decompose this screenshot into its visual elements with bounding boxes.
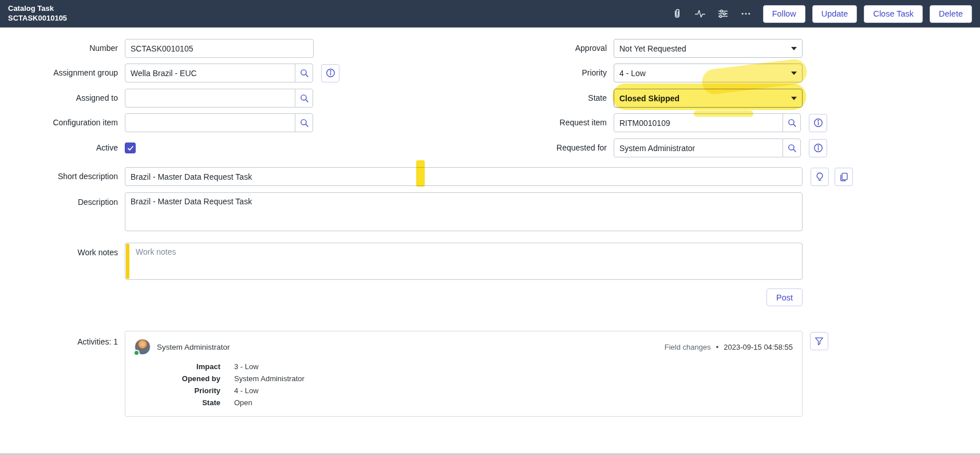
suggestion-lightbulb-button[interactable] <box>811 168 829 186</box>
delete-button[interactable]: Delete <box>930 5 972 23</box>
personalize-form-icon[interactable] <box>713 5 733 22</box>
activity-filter-button[interactable] <box>810 332 828 350</box>
field-assigned-to: Assigned to <box>3 89 313 108</box>
activity-timestamp: 2023-09-15 04:58:55 <box>724 343 793 351</box>
field-number: Number <box>3 39 314 58</box>
change-field-name: Opened by <box>135 374 220 383</box>
number-label: Number <box>3 43 118 53</box>
requested-for-info-button[interactable] <box>809 139 827 157</box>
assignment-group-info-button[interactable] <box>321 64 339 82</box>
field-approval: Approval Not Yet Requested <box>492 39 803 58</box>
presence-indicator <box>133 350 140 356</box>
field-change-row: Opened by System Administrator <box>135 374 305 383</box>
close-task-button[interactable]: Close Task <box>864 5 923 23</box>
funnel-icon <box>814 336 824 346</box>
search-icon <box>299 118 309 128</box>
field-request-item: Request item <box>492 113 827 132</box>
field-work-notes-label-row: Work notes <box>3 243 125 258</box>
search-icon <box>299 68 309 78</box>
field-active: Active <box>3 139 136 157</box>
attachment-icon[interactable] <box>667 5 687 22</box>
change-field-value: 4 - Low <box>234 386 259 395</box>
description-textarea[interactable]: Brazil - Master Data Request Task <box>125 192 803 231</box>
activity-stream-icon[interactable] <box>690 5 710 22</box>
field-assignment-group: Assignment group <box>3 64 339 82</box>
change-field-value: System Administrator <box>234 374 305 383</box>
state-select[interactable]: Closed Skipped <box>614 89 803 108</box>
change-field-name: Priority <box>135 386 220 395</box>
assigned-to-label: Assigned to <box>3 93 118 103</box>
field-change-row: State Open <box>135 398 305 407</box>
activities-label: Activities: 1 <box>3 337 118 347</box>
requested-for-input[interactable] <box>614 139 783 157</box>
assignment-group-reference <box>125 64 313 82</box>
assignment-group-search-button[interactable] <box>295 64 313 82</box>
follow-button[interactable]: Follow <box>763 5 805 23</box>
active-checkbox[interactable] <box>125 143 136 153</box>
field-priority: Priority 4 - Low <box>492 64 803 82</box>
work-notes-label: Work notes <box>3 243 118 258</box>
activities-label-row: Activities: 1 <box>3 337 125 347</box>
activity-meta: Field changes 2023-09-15 04:58:55 <box>665 343 793 351</box>
description-label: Description <box>3 192 118 207</box>
document-copy-icon <box>839 172 849 182</box>
field-requested-for: Requested for <box>492 139 827 157</box>
more-options-icon[interactable] <box>736 5 756 22</box>
search-icon <box>787 143 797 153</box>
activity-type: Field changes <box>665 343 711 351</box>
priority-select[interactable]: 4 - Low <box>614 64 803 82</box>
number-input[interactable] <box>125 39 314 58</box>
assigned-to-input[interactable] <box>125 89 295 108</box>
field-change-row: Impact 3 - Low <box>135 362 305 371</box>
requested-for-label: Requested for <box>492 143 607 153</box>
priority-label: Priority <box>492 68 607 78</box>
state-label: State <box>492 93 607 103</box>
info-icon <box>813 117 824 128</box>
short-description-input[interactable] <box>125 167 803 186</box>
request-item-info-button[interactable] <box>809 114 827 132</box>
field-change-row: Priority 4 - Low <box>135 386 305 395</box>
field-state: State Closed Skipped <box>492 89 803 108</box>
request-item-input[interactable] <box>614 113 783 132</box>
request-item-reference <box>614 113 801 132</box>
change-field-name: Impact <box>135 362 220 371</box>
change-field-value: 3 - Low <box>234 362 259 371</box>
request-item-label: Request item <box>492 118 607 128</box>
field-changes-list: Impact 3 - Low Opened by System Administ… <box>135 362 305 410</box>
field-work-notes <box>125 243 803 280</box>
change-field-value: Open <box>234 398 252 407</box>
assigned-to-reference <box>125 89 313 108</box>
search-icon <box>299 93 309 103</box>
record-title: Catalog Task SCTASK0010105 <box>8 4 67 23</box>
request-item-search-button[interactable] <box>783 113 801 132</box>
search-icon <box>787 118 797 128</box>
bullet-separator <box>716 343 719 351</box>
update-button[interactable]: Update <box>812 5 858 23</box>
field-description: Brazil - Master Data Request Task <box>125 192 803 231</box>
configuration-item-reference <box>125 113 313 132</box>
assignment-group-label: Assignment group <box>3 68 118 78</box>
configuration-item-search-button[interactable] <box>295 113 313 132</box>
configuration-item-input[interactable] <box>125 113 295 132</box>
field-configuration-item: Configuration item <box>3 113 313 132</box>
activity-entry: System Administrator Field changes 2023-… <box>125 331 803 417</box>
avatar <box>135 339 151 355</box>
field-short-description: Short description <box>3 167 853 186</box>
lightbulb-icon <box>815 172 825 182</box>
knowledge-search-button[interactable] <box>835 168 853 186</box>
form-header: Catalog Task SCTASK0010105 Follow Update… <box>0 0 980 27</box>
requested-for-reference <box>614 139 801 157</box>
assignment-group-input[interactable] <box>125 64 295 82</box>
check-icon <box>127 145 134 152</box>
configuration-item-label: Configuration item <box>3 118 118 128</box>
active-label: Active <box>3 143 118 153</box>
work-notes-textarea[interactable] <box>125 243 803 280</box>
catalog-task-page: Catalog Task SCTASK0010105 Follow Update… <box>0 0 980 455</box>
requested-for-search-button[interactable] <box>783 139 801 157</box>
info-icon <box>813 143 824 153</box>
record-number: SCTASK0010105 <box>8 14 67 23</box>
short-description-label: Short description <box>3 172 118 181</box>
approval-select[interactable]: Not Yet Requested <box>614 39 803 58</box>
post-button[interactable]: Post <box>766 288 803 306</box>
assigned-to-search-button[interactable] <box>295 89 313 108</box>
